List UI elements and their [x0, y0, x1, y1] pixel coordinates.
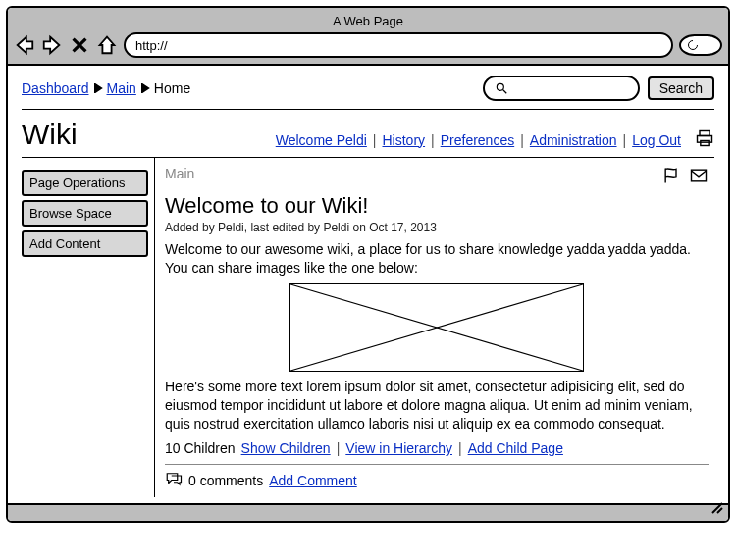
- breadcrumb-dashboard[interactable]: Dashboard: [22, 80, 89, 96]
- wiki-header: Wiki Welcome Peldi | History | Preferenc…: [22, 116, 714, 157]
- svg-rect-4: [700, 131, 710, 136]
- page-crumb: Main: [165, 166, 194, 181]
- menu-preferences[interactable]: Preferences: [441, 132, 514, 148]
- search-button[interactable]: Search: [648, 76, 714, 100]
- stop-button[interactable]: [69, 34, 90, 56]
- view-hierarchy-link[interactable]: View in Hierarchy: [345, 440, 452, 456]
- top-menu: Welcome Peldi | History | Preferences | …: [276, 128, 714, 151]
- page-body-text: Here's some more text lorem ipsum dolor …: [165, 378, 709, 433]
- image-placeholder: [289, 283, 584, 372]
- sidebar: Page Operations Browse Space Add Content: [22, 158, 154, 497]
- chevron-right-icon: [140, 80, 150, 96]
- comments-row: 0 comments Add Comment: [165, 471, 709, 489]
- children-count: 10 Children: [165, 440, 236, 456]
- print-icon[interactable]: [695, 128, 714, 151]
- search-icon: [495, 81, 508, 95]
- url-bar[interactable]: http://: [124, 32, 673, 58]
- url-text: http://: [135, 38, 168, 53]
- main-header: Main: [165, 166, 709, 189]
- divider: [22, 109, 714, 110]
- forward-button[interactable]: [41, 34, 63, 56]
- divider: [165, 464, 709, 465]
- menu-welcome[interactable]: Welcome Peldi: [276, 132, 367, 148]
- svg-point-2: [497, 83, 503, 90]
- page-byline: Added by Peldi, last edited by Peldi on …: [165, 221, 709, 234]
- sidebar-add-content[interactable]: Add Content: [22, 230, 148, 257]
- browser-titlebar: A Web Page http://: [8, 8, 728, 66]
- sidebar-browse-space[interactable]: Browse Space: [22, 200, 148, 227]
- comments-count: 0 comments: [188, 473, 263, 488]
- page-title: Welcome to our Wiki!: [165, 193, 709, 219]
- svg-line-10: [712, 503, 722, 513]
- home-button[interactable]: [96, 34, 118, 56]
- page-body: Dashboard Main Home Search Wiki Welcome …: [8, 66, 728, 503]
- top-row: Dashboard Main Home Search: [22, 76, 714, 107]
- mail-icon[interactable]: [689, 166, 709, 189]
- breadcrumb: Dashboard Main Home: [22, 80, 190, 96]
- menu-history[interactable]: History: [383, 132, 426, 148]
- resize-grip-icon[interactable]: [710, 501, 724, 519]
- chevron-right-icon: [93, 80, 103, 96]
- back-button[interactable]: [14, 34, 35, 56]
- browser-window: A Web Page http:// Dashboa: [6, 6, 730, 523]
- flag-icon[interactable]: [661, 166, 681, 189]
- search-input[interactable]: [483, 76, 640, 101]
- loading-indicator: [679, 34, 722, 56]
- sidebar-page-operations[interactable]: Page Operations: [22, 170, 148, 196]
- browser-footer: [8, 503, 728, 521]
- add-child-page-link[interactable]: Add Child Page: [468, 440, 563, 456]
- svg-line-11: [717, 508, 722, 513]
- page-action-icons: [661, 166, 709, 189]
- breadcrumb-main[interactable]: Main: [107, 80, 136, 96]
- wiki-title: Wiki: [22, 118, 78, 151]
- menu-logout[interactable]: Log Out: [632, 132, 681, 148]
- menu-administration[interactable]: Administration: [530, 132, 617, 148]
- svg-rect-6: [701, 141, 709, 146]
- content-columns: Page Operations Browse Space Add Content…: [22, 157, 714, 497]
- main-content: Main Welcome to our Wiki! Added by Peldi…: [154, 158, 714, 497]
- page-intro: Welcome to our awesome wiki, a place for…: [165, 240, 709, 278]
- svg-line-3: [502, 90, 506, 94]
- window-title: A Web Page: [14, 12, 722, 32]
- show-children-link[interactable]: Show Children: [241, 440, 331, 456]
- search-group: Search: [483, 76, 714, 101]
- add-comment-link[interactable]: Add Comment: [269, 473, 356, 488]
- children-row: 10 Children Show Children | View in Hier…: [165, 440, 709, 456]
- browser-toolbar: http://: [14, 32, 722, 58]
- comment-icon: [165, 471, 183, 489]
- breadcrumb-current: Home: [154, 80, 190, 96]
